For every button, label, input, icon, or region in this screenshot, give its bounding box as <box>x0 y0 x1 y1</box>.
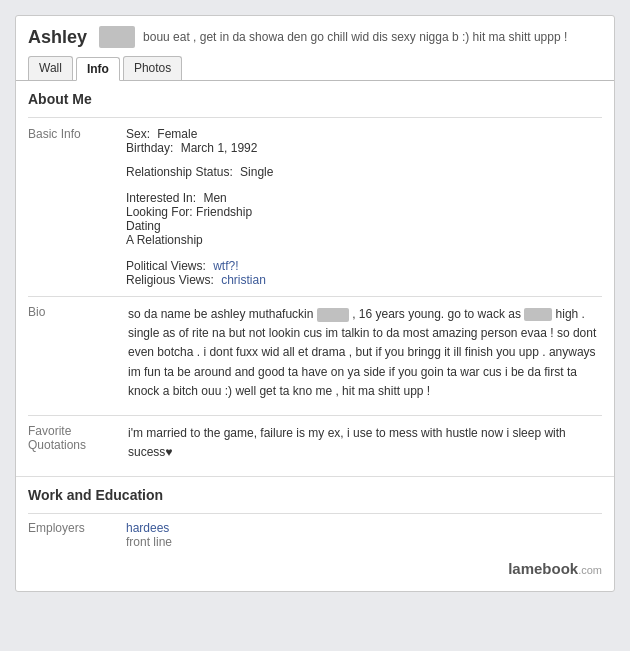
work-section: Work and Education Employers hardees fro… <box>16 476 614 552</box>
tab-info[interactable]: Info <box>76 57 120 81</box>
political-row: Political Views: wtf?! Religious Views: … <box>16 256 614 290</box>
political-value[interactable]: wtf?! <box>213 259 238 273</box>
work-title: Work and Education <box>16 477 614 509</box>
tabs-bar: Wall Info Photos <box>16 56 614 81</box>
footer-lamebook: lamebook.com <box>16 552 614 581</box>
basic-info-label: Basic Info <box>16 127 126 155</box>
quotations-label: Favorite Quotations <box>28 424 128 462</box>
political-spacer <box>16 259 126 287</box>
basic-info-section: Basic Info Sex: Female Birthday: March 1… <box>16 124 614 158</box>
lamebook-tld: .com <box>578 564 602 576</box>
sex-value: Female <box>157 127 197 141</box>
birthday-value: March 1, 1992 <box>181 141 258 155</box>
bio-section: Bio so da name be ashley muthafuckin , 1… <box>28 296 602 409</box>
interested-value: Men <box>203 191 226 205</box>
interested-row: Interested In: Men Looking For: Friendsh… <box>16 188 614 250</box>
bio-label: Bio <box>28 305 128 401</box>
profile-card: Ashley bouu eat , get in da showa den go… <box>15 15 615 592</box>
birthday-label: Birthday: <box>126 141 173 155</box>
looking-value-1: Friendship <box>196 205 252 219</box>
divider-2 <box>28 513 602 514</box>
interested-content: Interested In: Men Looking For: Friendsh… <box>126 191 252 247</box>
bio-blurred-1 <box>317 308 349 322</box>
quotations-text: i'm married to the game, failure is my e… <box>128 424 602 462</box>
divider-1 <box>28 117 602 118</box>
profile-status: bouu eat , get in da showa den go chill … <box>143 30 602 44</box>
interested-in-row: Interested In: Men <box>126 191 252 205</box>
religious-value[interactable]: christian <box>221 273 266 287</box>
sex-row: Sex: Female <box>126 127 257 141</box>
profile-header: Ashley bouu eat , get in da showa den go… <box>16 16 614 56</box>
bio-part2: , 16 years young. go to wack as <box>352 307 521 321</box>
political-views-row: Political Views: wtf?! <box>126 259 266 273</box>
relationship-label: Relationship Status: <box>126 165 233 179</box>
interested-label: Interested In: <box>126 191 196 205</box>
relationship-spacer <box>16 165 126 179</box>
political-content: Political Views: wtf?! Religious Views: … <box>126 259 266 287</box>
employers-content: hardees front line <box>126 521 172 549</box>
bio-text: so da name be ashley muthafuckin , 16 ye… <box>128 305 602 401</box>
employers-row: Employers hardees front line <box>16 518 614 552</box>
relationship-row: Relationship Status: Single <box>16 162 614 182</box>
bio-blurred-2 <box>524 308 552 321</box>
basic-info-content: Sex: Female Birthday: March 1, 1992 <box>126 127 257 155</box>
relationship-value: Single <box>240 165 273 179</box>
lamebook-brand: lamebook <box>508 560 578 577</box>
avatar <box>99 26 135 48</box>
looking-for-block: Looking For: FriendshipDatingA Relations… <box>126 205 252 247</box>
employer-name[interactable]: hardees <box>126 521 172 535</box>
looking-label: Looking For: <box>126 205 193 219</box>
profile-name: Ashley <box>28 27 87 48</box>
tab-wall[interactable]: Wall <box>28 56 73 80</box>
about-me-title: About Me <box>16 81 614 113</box>
employers-label: Employers <box>16 521 126 549</box>
relationship-content: Relationship Status: Single <box>126 165 273 179</box>
sex-label: Sex: <box>126 127 150 141</box>
employer-subtitle: front line <box>126 535 172 549</box>
quotations-section: Favorite Quotations i'm married to the g… <box>28 415 602 470</box>
interested-spacer <box>16 191 126 247</box>
bio-part1: so da name be ashley muthafuckin <box>128 307 313 321</box>
tab-photos[interactable]: Photos <box>123 56 182 80</box>
birthday-row: Birthday: March 1, 1992 <box>126 141 257 155</box>
religious-views-row: Religious Views: christian <box>126 273 266 287</box>
looking-value-2: Dating <box>126 219 161 233</box>
political-label: Political Views: <box>126 259 206 273</box>
religious-label: Religious Views: <box>126 273 214 287</box>
looking-value-3: A Relationship <box>126 233 203 247</box>
